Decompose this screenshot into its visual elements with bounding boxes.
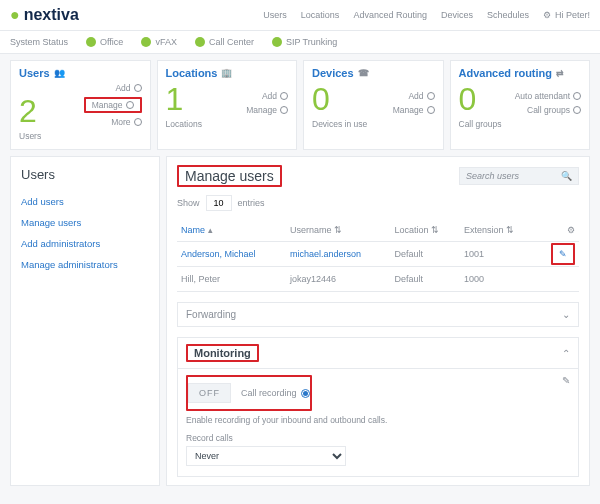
brand-name: nextiva	[24, 6, 79, 24]
monitoring-toggle[interactable]: OFF	[188, 383, 231, 403]
sidebar-add-users[interactable]: Add users	[21, 196, 149, 207]
routing-call-groups-link[interactable]: Call groups	[527, 105, 581, 115]
record-calls-select[interactable]: Never	[186, 446, 346, 466]
arrow-icon	[573, 92, 581, 100]
label: Username	[290, 225, 332, 235]
col-actions: ⚙	[537, 219, 579, 242]
nav-users[interactable]: Users	[263, 10, 287, 20]
devices-count: 0	[312, 83, 330, 115]
subnav-sip-trunking[interactable]: SIP Trunking	[272, 37, 337, 47]
cell-name[interactable]: Hill, Peter	[177, 267, 286, 292]
label: Add	[115, 83, 130, 93]
cell-location: Default	[391, 267, 460, 292]
label: Call Center	[209, 37, 254, 47]
cell-extension: 1001	[460, 242, 537, 267]
label: Auto attendant	[515, 91, 570, 101]
nav-schedules[interactable]: Schedules	[487, 10, 529, 20]
label: Advanced routing	[459, 67, 553, 79]
edit-icon[interactable]: ✎	[562, 375, 570, 386]
label: Name	[181, 225, 205, 235]
cell-username[interactable]: jokay12446	[286, 267, 390, 292]
brand-logo: ● nextiva	[10, 6, 79, 24]
nav-locations[interactable]: Locations	[301, 10, 340, 20]
col-username[interactable]: Username ⇅	[286, 219, 390, 242]
users-manage-link[interactable]: Manage	[84, 97, 142, 113]
sort-icon: ⇅	[431, 225, 439, 235]
nav-advanced-routing[interactable]: Advanced Routing	[353, 10, 427, 20]
edit-row-icon[interactable]: ✎	[559, 249, 567, 259]
locations-add-link[interactable]: Add	[262, 91, 288, 101]
arrow-icon	[126, 101, 134, 109]
show-prefix: Show	[177, 198, 200, 208]
label: System Status	[10, 37, 68, 47]
plus-icon	[427, 92, 435, 100]
main-panel: Manage users Search users 🔍 Show entries…	[166, 156, 590, 486]
sip-trunking-icon	[272, 37, 282, 47]
monitoring-title: Monitoring	[186, 344, 259, 362]
sidebar-manage-users[interactable]: Manage users	[21, 217, 149, 228]
card-devices-title[interactable]: Devices ☎	[312, 67, 435, 79]
devices-manage-link[interactable]: Manage	[393, 105, 435, 115]
users-table: Name ▴ Username ⇅ Location ⇅ Extension ⇅…	[177, 219, 579, 292]
subnav-call-center[interactable]: Call Center	[195, 37, 254, 47]
content-area: Users Add users Manage users Add adminis…	[0, 156, 600, 496]
show-suffix: entries	[238, 198, 265, 208]
table-row: Hill, Peter jokay12446 Default 1000	[177, 267, 579, 292]
top-bar: ● nextiva Users Locations Advanced Routi…	[0, 0, 600, 31]
sidebar-add-administrators[interactable]: Add administrators	[21, 238, 149, 249]
monitoring-header[interactable]: Monitoring ⌃	[178, 338, 578, 368]
table-row: Anderson, Michael michael.anderson Defau…	[177, 242, 579, 267]
col-extension[interactable]: Extension ⇅	[460, 219, 537, 242]
card-locations-title[interactable]: Locations 🏢	[166, 67, 289, 79]
label: Manage	[393, 105, 424, 115]
label: Call recording	[241, 388, 297, 398]
sidebar: Users Add users Manage users Add adminis…	[10, 156, 160, 486]
users-add-link[interactable]: Add	[115, 83, 141, 93]
label: Manage	[92, 100, 123, 110]
nav-devices[interactable]: Devices	[441, 10, 473, 20]
sidebar-manage-administrators[interactable]: Manage administrators	[21, 259, 149, 270]
arrow-icon	[573, 106, 581, 114]
summary-cards: Users 👥 2 Add Manage More Users Location…	[0, 54, 600, 156]
routing-count: 0	[459, 83, 477, 115]
cell-name[interactable]: Anderson, Michael	[177, 242, 286, 267]
chevron-down-icon: ⌄	[562, 309, 570, 320]
label: More	[111, 117, 130, 127]
radio-icon	[301, 389, 310, 398]
arrow-icon	[427, 106, 435, 114]
subnav-system-status[interactable]: System Status	[10, 37, 68, 47]
card-locations: Locations 🏢 1 Add Manage Locations	[157, 60, 298, 150]
devices-add-link[interactable]: Add	[408, 91, 434, 101]
sort-asc-icon: ▴	[208, 225, 213, 235]
cell-username[interactable]: michael.anderson	[286, 242, 390, 267]
search-placeholder: Search users	[466, 171, 519, 181]
gear-icon: ⚙	[543, 10, 551, 20]
secondary-nav: System Status Office vFAX Call Center SI…	[0, 31, 600, 54]
locations-manage-link[interactable]: Manage	[246, 105, 288, 115]
subnav-vfax[interactable]: vFAX	[141, 37, 177, 47]
label: Manage	[246, 105, 277, 115]
routing-icon: ⇄	[556, 68, 564, 78]
card-users-title[interactable]: Users 👥	[19, 67, 142, 79]
col-name[interactable]: Name ▴	[177, 219, 286, 242]
search-input[interactable]: Search users 🔍	[459, 167, 579, 185]
plus-icon	[280, 92, 288, 100]
entries-input[interactable]	[206, 195, 232, 211]
card-users: Users 👥 2 Add Manage More Users	[10, 60, 151, 150]
forwarding-title: Forwarding	[186, 309, 236, 320]
subnav-office[interactable]: Office	[86, 37, 123, 47]
cell-actions[interactable]	[537, 267, 579, 292]
call-recording-option[interactable]: Call recording	[241, 388, 310, 398]
call-center-icon	[195, 37, 205, 47]
col-location[interactable]: Location ⇅	[391, 219, 460, 242]
routing-auto-attendant-link[interactable]: Auto attendant	[515, 91, 581, 101]
user-greeting[interactable]: ⚙ Hi Peter!	[543, 10, 590, 20]
location-icon: 🏢	[221, 68, 232, 78]
users-icon: 👥	[54, 68, 65, 78]
locations-count: 1	[166, 83, 184, 115]
label: Add	[262, 91, 277, 101]
forwarding-header[interactable]: Forwarding ⌄	[178, 303, 578, 326]
greeting-text: Hi Peter!	[555, 10, 590, 20]
card-routing-title[interactable]: Advanced routing ⇄	[459, 67, 582, 79]
users-more-link[interactable]: More	[111, 117, 141, 127]
